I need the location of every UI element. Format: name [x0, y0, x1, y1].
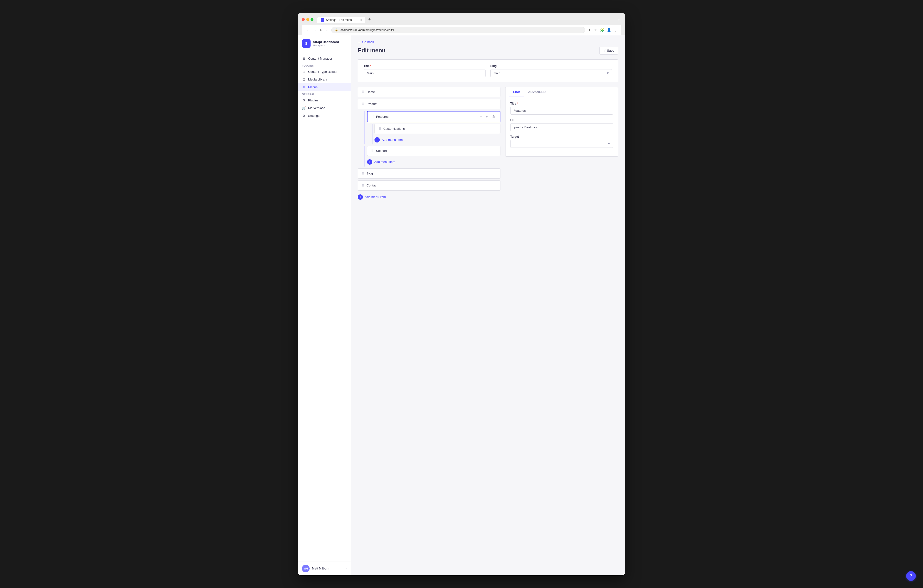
minimize-traffic-light[interactable] [306, 18, 309, 21]
brand-sub: Workplace [313, 44, 339, 47]
item-label-support: Support [376, 149, 496, 153]
reload-button[interactable]: ↻ [319, 28, 324, 33]
forward-button[interactable]: → [312, 28, 317, 33]
menu-item-customizations[interactable]: ⠿ Customizations [374, 124, 501, 134]
item-label-product: Product [366, 102, 496, 106]
expand-item-button[interactable]: ∨ [485, 114, 489, 119]
back-button[interactable]: ← [305, 28, 310, 33]
sidebar-footer: MM Matt Milburn ‹ [298, 562, 351, 575]
go-back-label: Go back [362, 40, 374, 44]
item-label-customizations: Customizations [383, 127, 496, 130]
save-button[interactable]: ✓ Save [599, 47, 618, 54]
item-editor-body: Title * URL Target [506, 97, 618, 156]
sidebar-item-media-library[interactable]: ⊡ Media Library [298, 76, 351, 84]
drag-handle-icon: ⠿ [362, 102, 364, 106]
menus-icon: ≡ [302, 85, 306, 89]
menu-item-product[interactable]: ⠿ Product [358, 99, 501, 109]
nav-buttons: ← → ↻ ⌂ [305, 28, 329, 33]
brand-name: Strapi Dashboard [313, 40, 339, 44]
main-content: ← Go back Edit menu ✓ Save Title * [351, 35, 625, 575]
title-input[interactable] [364, 69, 486, 77]
menu-editor: ⠿ Home ⠿ Product ⠿ Features [358, 87, 618, 202]
slug-refresh-button[interactable]: ↺ [607, 71, 610, 75]
editor-title-input[interactable] [510, 107, 613, 115]
sidebar-item-menus[interactable]: ≡ Menus [298, 84, 351, 91]
help-button[interactable]: ? [906, 571, 916, 581]
go-back-button[interactable]: ← Go back [358, 40, 374, 44]
title-required-star: * [370, 64, 371, 68]
editor-url-group: URL [510, 118, 613, 131]
add-nested-item-wrapper: + Add menu item [374, 135, 501, 145]
slug-form-group: Slug ↺ [490, 64, 612, 77]
editor-url-input[interactable] [510, 123, 613, 131]
title-form-group: Title * [364, 64, 486, 77]
menu-item-home[interactable]: ⠿ Home [358, 87, 501, 97]
slug-label: Slug [490, 64, 612, 68]
delete-item-button[interactable]: 🗑 [491, 114, 496, 119]
drag-handle-icon: ⠿ [362, 172, 364, 176]
menu-item-contact[interactable]: ⠿ Contact [358, 181, 501, 191]
menu-item-support[interactable]: ⠿ Support [367, 146, 501, 156]
tab-advanced[interactable]: ADVANCED [524, 87, 550, 97]
editor-url-label: URL [510, 118, 613, 122]
item-actions: + ∨ 🗑 [479, 114, 496, 119]
content-type-builder-icon: ⊟ [302, 70, 306, 74]
browser-actions: ⬆ ☆ 🧩 👤 ⋮ [588, 28, 618, 33]
sidebar-item-label: Media Library [308, 77, 327, 81]
item-editor-panel: LINK ADVANCED Title * [505, 87, 618, 202]
user-name: Matt Milburn [312, 567, 343, 570]
active-tab[interactable]: Settings - Edit menu × [317, 17, 365, 23]
brand-text: Strapi Dashboard Workplace [313, 40, 339, 47]
add-menu-item-nested-label: Add menu item [382, 138, 402, 141]
address-bar[interactable]: 🔒 localhost:8000/admin/plugins/menus/edi… [331, 27, 585, 33]
menu-icon[interactable]: ⋮ [613, 28, 618, 33]
editor-target-select[interactable]: _blank _self _parent _top [510, 140, 613, 148]
profile-icon[interactable]: 👤 [606, 28, 611, 33]
add-menu-item-root-button[interactable]: + Add menu item [358, 192, 386, 202]
drag-handle-icon: ⠿ [379, 127, 381, 131]
tab-link[interactable]: LINK [509, 87, 524, 97]
item-label-contact: Contact [366, 184, 496, 187]
add-menu-item-product-button[interactable]: + Add menu item [367, 158, 395, 166]
tab-close-btn[interactable]: × [361, 18, 362, 21]
editor-title-label: Title * [510, 102, 613, 105]
plugins-icon: ⚙ [302, 99, 306, 102]
sidebar-item-label: Content-Type Builder [308, 70, 337, 74]
add-menu-item-nested-button[interactable]: + Add menu item [374, 135, 402, 145]
bookmark-icon[interactable]: ☆ [593, 28, 598, 33]
slug-input[interactable] [490, 69, 612, 77]
add-child-item-button[interactable]: + [479, 114, 483, 119]
add-circle-icon: + [374, 137, 380, 143]
browser-addressbar: ← → ↻ ⌂ 🔒 localhost:8000/admin/plugins/m… [302, 25, 621, 35]
share-icon[interactable]: ⬆ [588, 28, 591, 33]
sidebar-item-content-type-builder[interactable]: ⊟ Content-Type Builder [298, 68, 351, 76]
editor-target-label: Target [510, 135, 613, 138]
sidebar-item-content-manager[interactable]: ⊞ Content Manager [298, 55, 351, 62]
item-label-blog: Blog [366, 172, 496, 175]
back-arrow-icon: ← [358, 40, 361, 44]
customizations-indent: ⠿ Customizations + Add menu item [372, 124, 501, 145]
drag-handle-icon: ⠿ [362, 90, 364, 94]
home-button[interactable]: ⌂ [325, 28, 329, 33]
sidebar-item-settings[interactable]: ⚙ Settings [298, 112, 351, 120]
content-manager-icon: ⊞ [302, 57, 306, 61]
item-editor-card: LINK ADVANCED Title * [505, 87, 618, 157]
browser-tabs: Settings - Edit menu × + [317, 16, 615, 23]
new-tab-button[interactable]: + [366, 16, 373, 23]
general-section-label: GENERAL [298, 91, 351, 97]
sidebar-item-plugins[interactable]: ⚙ Plugins [298, 97, 351, 104]
extension-icon[interactable]: 🧩 [599, 28, 604, 33]
menu-item-blog[interactable]: ⠿ Blog [358, 168, 501, 179]
window-dropdown[interactable]: ⌄ [617, 17, 621, 21]
editor-target-group: Target _blank _self _parent _top [510, 135, 613, 148]
sidebar-item-marketplace[interactable]: 🛒 Marketplace [298, 104, 351, 112]
add-root-item-wrapper: + Add menu item [358, 192, 501, 202]
collapse-sidebar-button[interactable]: ‹ [346, 567, 347, 570]
browser-controls: Settings - Edit menu × + ⌄ [302, 16, 621, 23]
menu-item-features[interactable]: ⠿ Features + ∨ 🗑 [367, 111, 501, 122]
maximize-traffic-light[interactable] [310, 18, 314, 21]
drag-handle-icon: ⠿ [362, 184, 364, 187]
sidebar-item-label: Menus [308, 85, 317, 89]
close-traffic-light[interactable] [302, 18, 305, 21]
item-editor-tabs: LINK ADVANCED [506, 87, 618, 97]
